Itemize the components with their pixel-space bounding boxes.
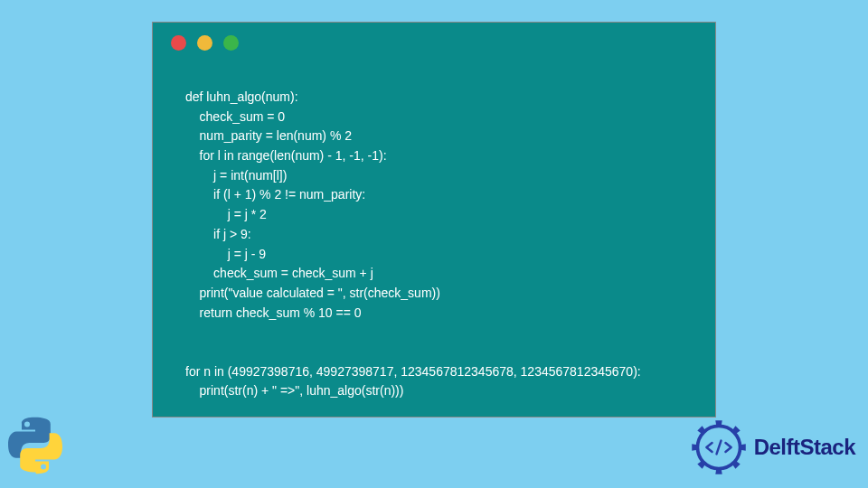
python-logo-icon — [5, 416, 65, 475]
brand-badge: DelftStack — [691, 419, 855, 475]
code-content: def luhn_algo(num): check_sum = 0 num_pa… — [153, 62, 715, 419]
window-titlebar — [153, 23, 715, 62]
brand-gear-icon — [691, 419, 747, 475]
maximize-icon — [223, 35, 239, 51]
minimize-icon — [197, 35, 212, 51]
close-icon — [171, 35, 186, 51]
code-window: def luhn_algo(num): check_sum = 0 num_pa… — [152, 22, 716, 418]
brand-name: DelftStack — [754, 435, 855, 460]
